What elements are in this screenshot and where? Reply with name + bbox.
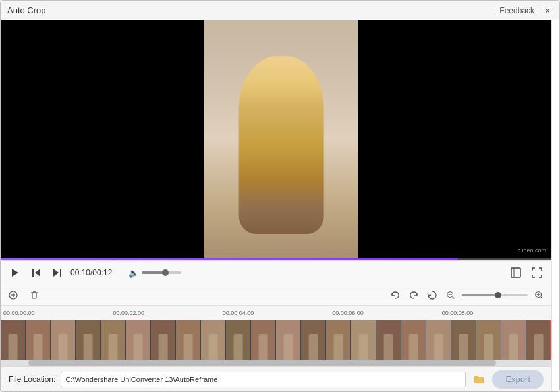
title-bar: Auto Crop Feedback × — [1, 1, 559, 20]
time-display: 00:10/00:12 — [70, 268, 123, 277]
volume-thumb — [162, 269, 169, 276]
refresh-icon — [427, 290, 437, 300]
svg-marker-0 — [12, 269, 18, 277]
svg-rect-5 — [511, 268, 520, 277]
fit-screen-icon — [511, 267, 521, 278]
redo-icon — [408, 290, 419, 300]
figure — [239, 56, 324, 234]
film-frame — [501, 320, 526, 360]
film-frame — [376, 320, 401, 360]
browse-folder-button[interactable] — [471, 372, 487, 387]
skip-forward-icon — [52, 267, 63, 278]
ruler-mark-8: 00:00:08:00 — [441, 310, 550, 316]
ruler-mark-2: 00:00:02:00 — [111, 310, 221, 316]
feedback-link[interactable]: Feedback — [499, 6, 534, 15]
film-frame — [101, 320, 126, 360]
delete-clip-button[interactable] — [27, 288, 42, 302]
add-icon — [8, 290, 18, 300]
ruler-mark-4: 00:00:04:00 — [221, 310, 331, 316]
timeline-scrollbar-thumb — [28, 360, 497, 366]
bottom-bar: File Location: Export — [1, 366, 551, 391]
zoom-thumb — [495, 292, 501, 298]
film-frame — [526, 320, 551, 360]
ruler-mark-6: 00:00:06:00 — [331, 310, 440, 316]
volume-icon: 🔈 — [128, 268, 139, 278]
right-panel: + Replace File Adjust Frame Aspect Ratio — [551, 20, 559, 391]
zoom-out-button[interactable] — [443, 288, 458, 302]
svg-marker-4 — [53, 269, 59, 277]
redo-button[interactable] — [406, 288, 421, 302]
video-area: c.ideo.com — [1, 20, 551, 258]
file-location-label: File Location: — [9, 375, 55, 384]
fit-screen-button[interactable] — [508, 265, 524, 281]
timeline-toolbar — [1, 285, 551, 306]
film-frame — [76, 320, 101, 360]
film-frame — [176, 320, 201, 360]
zoom-in-button[interactable] — [532, 288, 546, 302]
svg-line-15 — [453, 297, 455, 299]
skip-back-button[interactable] — [28, 265, 44, 281]
fullscreen-icon — [532, 267, 542, 278]
file-path-input[interactable] — [61, 372, 466, 387]
controls-bar: 00:10/00:12 🔈 — [1, 260, 551, 285]
film-frame — [151, 320, 176, 360]
zoom-fill — [462, 294, 498, 296]
fullscreen-button[interactable] — [529, 265, 545, 281]
watermark: c.ideo.com — [517, 247, 546, 254]
timeline-ruler: 00:00:00:00 00:00:02:00 00:00:04:00 00:0… — [1, 306, 551, 320]
ruler-marks: 00:00:00:00 00:00:02:00 00:00:04:00 00:0… — [2, 310, 550, 316]
film-frame — [426, 320, 451, 360]
film-frame — [276, 320, 301, 360]
svg-line-19 — [541, 297, 543, 299]
timeline-track[interactable] — [1, 320, 551, 360]
film-strip — [1, 320, 551, 360]
zoom-slider[interactable] — [462, 294, 528, 296]
film-frame — [126, 320, 151, 360]
ruler-mark-0: 00:00:00:00 — [2, 310, 111, 316]
skip-forward-button[interactable] — [49, 265, 65, 281]
trash-icon — [29, 290, 40, 300]
svg-rect-3 — [60, 269, 61, 277]
refresh-button[interactable] — [425, 288, 439, 302]
film-frame — [476, 320, 501, 360]
volume-slider[interactable] — [142, 271, 181, 274]
film-frame — [351, 320, 376, 360]
folder-icon — [473, 374, 485, 385]
film-frame — [201, 320, 226, 360]
film-frame — [1, 320, 26, 360]
video-frame — [204, 20, 358, 258]
close-button[interactable]: × — [542, 5, 553, 16]
undo-icon — [390, 290, 401, 300]
main-content: c.ideo.com — [1, 20, 559, 391]
add-clip-button[interactable] — [6, 288, 20, 302]
film-frame — [226, 320, 251, 360]
play-button[interactable] — [7, 265, 23, 281]
video-display: c.ideo.com — [1, 20, 551, 258]
film-frame — [51, 320, 76, 360]
progress-bar-container[interactable] — [1, 258, 551, 260]
volume-area: 🔈 — [128, 268, 181, 278]
skip-back-icon — [31, 267, 42, 278]
film-frame — [451, 320, 476, 360]
svg-rect-1 — [32, 269, 34, 277]
svg-marker-2 — [35, 269, 40, 277]
title-right: Feedback × — [499, 5, 553, 16]
svg-rect-10 — [32, 293, 36, 298]
window-title: Auto Crop — [7, 5, 46, 15]
timeline-scrollbar[interactable] — [1, 360, 551, 366]
film-frame — [26, 320, 51, 360]
playhead[interactable] — [550, 320, 551, 360]
timeline-area: 00:00:00:00 00:00:02:00 00:00:04:00 00:0… — [1, 285, 551, 366]
left-panel: c.ideo.com — [1, 20, 551, 391]
film-frame — [326, 320, 351, 360]
film-frame — [301, 320, 326, 360]
progress-bar-fill — [1, 258, 458, 260]
screen-buttons — [508, 265, 545, 281]
zoom-controls — [388, 288, 546, 302]
zoom-out-icon — [446, 291, 455, 300]
undo-button[interactable] — [388, 288, 403, 302]
film-frame — [401, 320, 426, 360]
app-window: Auto Crop Feedback × c.ideo.com — [0, 0, 560, 392]
zoom-in-icon — [534, 291, 544, 300]
export-button[interactable]: Export — [492, 370, 544, 389]
